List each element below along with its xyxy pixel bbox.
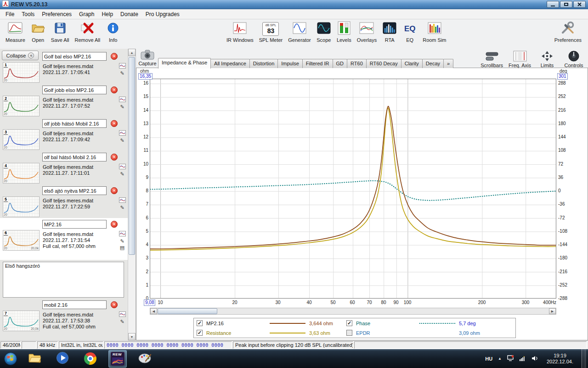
menu-donate[interactable]: Donate bbox=[117, 10, 142, 19]
taskbar-explorer-button[interactable] bbox=[26, 350, 44, 368]
trace-options-icon[interactable] bbox=[119, 130, 126, 137]
trace-options-icon[interactable] bbox=[119, 164, 126, 170]
capture-button[interactable]: Capture bbox=[137, 50, 158, 66]
legend-checkbox-phase[interactable] bbox=[346, 320, 352, 326]
tab-impedance-phase[interactable]: Impedance & Phase bbox=[158, 58, 211, 69]
tab-clarity[interactable]: Clarity bbox=[401, 59, 423, 68]
tab-impulse[interactable]: Impulse bbox=[277, 59, 303, 68]
remove-all-button[interactable]: Remove All bbox=[72, 20, 103, 44]
taskbar-clock[interactable]: 19:19 2022.12.04. bbox=[544, 353, 576, 365]
impedance-phase-plot[interactable] bbox=[150, 79, 556, 299]
legend-checkbox-resistance[interactable] bbox=[197, 330, 203, 336]
measurement-notes[interactable]: Első hangszóró bbox=[3, 262, 124, 298]
edit-pencil-icon[interactable]: ✎ bbox=[120, 104, 124, 109]
collapse-button[interactable]: Collapse « bbox=[2, 51, 39, 60]
tray-volume-icon[interactable] bbox=[531, 355, 538, 363]
edit-pencil-icon[interactable]: ✎ bbox=[120, 239, 124, 244]
measurement-name-input[interactable] bbox=[42, 186, 107, 195]
info-button[interactable]: Info bbox=[103, 20, 123, 44]
open-button[interactable]: Open bbox=[28, 20, 48, 44]
delete-measurement-button[interactable] bbox=[111, 53, 118, 60]
scrollbars-button[interactable]: Scrollbars bbox=[481, 50, 503, 68]
measurement-thumbnail[interactable]: 5 20 bbox=[3, 196, 40, 217]
overlays-button[interactable]: Overlays bbox=[354, 20, 379, 44]
measurement-name-input[interactable] bbox=[42, 119, 107, 128]
notes-icon[interactable]: ▤ bbox=[120, 245, 124, 250]
save-all-button[interactable]: Save All bbox=[48, 20, 72, 44]
preferences-button[interactable]: Preferences bbox=[552, 20, 584, 44]
room-sim-button[interactable]: Room Sim bbox=[420, 20, 449, 44]
measurement-name-input[interactable] bbox=[42, 86, 107, 94]
measurement-name-input[interactable] bbox=[42, 52, 107, 61]
measurement-thumbnail[interactable]: 4 20 bbox=[3, 163, 40, 184]
measurement-thumbnail[interactable]: 6 20 20,0k bbox=[3, 230, 40, 251]
spl-meter-button[interactable]: dB SPL83SPL Meter bbox=[256, 20, 286, 44]
measurement-item-6[interactable]: 6 20 20,0k Golf teljes meres.mdat 2022.1… bbox=[0, 218, 128, 260]
edit-pencil-icon[interactable]: ✎ bbox=[120, 71, 124, 76]
trace-options-icon[interactable] bbox=[119, 63, 126, 69]
delete-measurement-button[interactable] bbox=[111, 154, 118, 161]
taskbar-chrome-button[interactable] bbox=[81, 350, 99, 368]
limits-button[interactable]: Limits bbox=[537, 50, 558, 68]
tray-display-icon[interactable] bbox=[507, 355, 514, 363]
levels-button[interactable]: Levels bbox=[334, 20, 354, 44]
delete-measurement-button[interactable] bbox=[111, 120, 118, 127]
tab-rt60[interactable]: RT60 bbox=[347, 59, 367, 68]
maximize-button[interactable] bbox=[560, 1, 572, 8]
tab-rt60-decay[interactable]: RT60 Decay bbox=[366, 59, 401, 68]
graph-scrollbar-thumb[interactable] bbox=[158, 308, 217, 314]
edit-pencil-icon[interactable]: ✎ bbox=[120, 205, 124, 210]
measure-button[interactable]: Measure bbox=[3, 20, 28, 44]
measurement-thumbnail[interactable]: 1 20 bbox=[3, 62, 40, 83]
scroll-down-button[interactable]: ▼ bbox=[128, 333, 136, 340]
generator-button[interactable]: Generator bbox=[285, 20, 314, 44]
delete-measurement-button[interactable] bbox=[111, 187, 118, 194]
edit-pencil-icon[interactable]: ✎ bbox=[120, 172, 124, 177]
trace-options-icon[interactable] bbox=[119, 197, 126, 204]
measurement-item-7[interactable]: 7 20 20,0k Golf teljes meres.mdat 2022.1… bbox=[0, 299, 128, 340]
graph-horizontal-scrollbar[interactable]: ◀ ▶ bbox=[150, 308, 556, 315]
scope-button[interactable]: Scope bbox=[314, 20, 334, 44]
edit-pencil-icon[interactable]: ✎ bbox=[120, 138, 124, 143]
hidden-icons-arrow[interactable]: ▲ bbox=[498, 356, 502, 361]
measurement-thumbnail[interactable]: 2 20 bbox=[3, 96, 40, 116]
edit-pencil-icon[interactable]: ✎ bbox=[120, 319, 124, 324]
taskbar-paint-button[interactable] bbox=[136, 350, 154, 368]
measurement-name-input[interactable] bbox=[42, 153, 107, 161]
close-button[interactable] bbox=[573, 1, 586, 8]
legend-checkbox-mp2-16[interactable] bbox=[197, 320, 203, 326]
tray-network-icon[interactable]: * bbox=[520, 355, 526, 363]
ir-windows-button[interactable]: IR Windows bbox=[224, 20, 256, 44]
tab-filtered-ir[interactable]: Filtered IR bbox=[302, 59, 333, 68]
delete-measurement-button[interactable] bbox=[111, 221, 118, 228]
delete-measurement-button[interactable] bbox=[111, 86, 118, 93]
measurement-thumbnail[interactable]: 7 20 20,0k bbox=[3, 310, 40, 331]
measurement-name-input[interactable] bbox=[42, 300, 107, 309]
sidebar-scrollbar-thumb[interactable] bbox=[129, 57, 135, 255]
tab-distortion[interactable]: Distortion bbox=[249, 59, 278, 68]
measurement-item-3[interactable]: 3 20 Golf teljes meres.mdat 2022.11.27. … bbox=[0, 117, 128, 151]
measurement-name-input[interactable] bbox=[42, 220, 107, 229]
legend-checkbox-epdr[interactable] bbox=[346, 330, 352, 336]
start-button[interactable] bbox=[0, 349, 21, 368]
scroll-up-button[interactable]: ▲ bbox=[128, 49, 136, 56]
tab-overflow-button[interactable]: » bbox=[443, 59, 453, 68]
menu-graph[interactable]: Graph bbox=[75, 10, 98, 19]
sidebar-scrollbar[interactable]: ▲ ▼ bbox=[128, 49, 136, 340]
menu-file[interactable]: File bbox=[2, 10, 18, 19]
measurement-thumbnail[interactable]: 3 20 bbox=[3, 129, 40, 150]
scroll-right-button[interactable]: ▶ bbox=[549, 308, 556, 314]
controls-button[interactable]: Controls bbox=[563, 50, 584, 68]
measurement-item-4[interactable]: 4 20 Golf teljes meres.mdat 2022.11.27. … bbox=[0, 151, 128, 184]
tab-gd[interactable]: GD bbox=[333, 59, 348, 68]
taskbar-media-player-button[interactable] bbox=[53, 350, 72, 368]
tab-decay[interactable]: Decay bbox=[422, 59, 444, 68]
menu-help[interactable]: Help bbox=[98, 10, 117, 19]
trace-options-icon[interactable] bbox=[119, 97, 126, 103]
menu-preferences[interactable]: Preferences bbox=[38, 10, 75, 19]
measurement-item-5[interactable]: 5 20 Golf teljes meres.mdat 2022.11.27. … bbox=[0, 184, 128, 218]
tab-all-impedance[interactable]: All Impedance bbox=[210, 59, 250, 68]
minimize-button[interactable] bbox=[547, 1, 559, 8]
language-indicator[interactable]: HU bbox=[485, 356, 492, 362]
scroll-left-button[interactable]: ◀ bbox=[150, 308, 157, 314]
